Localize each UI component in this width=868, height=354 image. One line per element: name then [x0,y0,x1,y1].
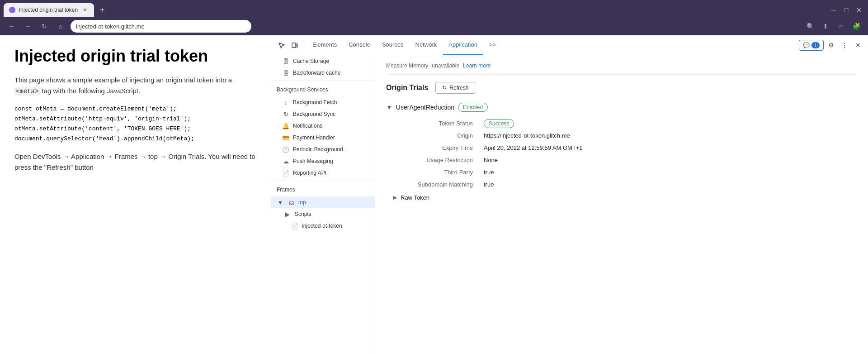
new-tab-button[interactable]: + [96,4,108,16]
payment-handler-icon: 💳 [282,134,289,141]
code-block: const otMeta = document.createElement('m… [14,104,256,144]
measure-memory-label: Measure Memory [386,62,428,69]
main-content: Injected origin trial token This page sh… [0,35,868,354]
origin-row: Origin https://injected-ot-token.glitch.… [386,129,857,142]
minimize-button[interactable]: ─ [828,5,839,15]
sidebar-item-back-forward-cache[interactable]: 🗄 Back/forward cache [271,67,375,79]
raw-token-section[interactable]: ▶ Raw Token [386,191,857,205]
third-party-label: Third Party [393,169,484,176]
reload-button[interactable]: ↻ [38,20,51,33]
sidebar-item-reporting-api[interactable]: 📄 Reporting API [271,167,375,179]
home-button[interactable]: ⌂ [54,20,67,33]
origin-value: https://injected-ot-token.glitch.me [484,132,850,139]
trial-info-grid: Token Status Success Origin https://inje… [386,117,857,191]
push-messaging-icon: ☁ [282,158,289,165]
tab-bar: Injected origin trial token ✕ + ─ □ ✕ [0,0,868,17]
paragraph-2: Open DevTools → Application → Frames → t… [14,151,256,173]
reporting-api-icon: 📄 [282,169,289,177]
subdomain-value: true [484,181,850,188]
device-toolbar-icon[interactable] [288,39,301,52]
sidebar-item-scripts[interactable]: ▶ Scripts [271,208,375,220]
share-icon[interactable]: ⬆ [819,20,832,33]
measure-memory-status: unavailable [432,62,459,69]
extension-icon[interactable]: 🧩 [850,20,863,33]
third-party-row: Third Party true [386,166,857,178]
token-status-value: Success [484,120,850,127]
sidebar-item-background-fetch[interactable]: ↕ Background Fetch [271,96,375,108]
sidebar-item-payment-handler[interactable]: 💳 Payment Handler [271,132,375,144]
sidebar-item-notifications[interactable]: 🔔 Notifications [271,120,375,132]
tab-console[interactable]: Console [343,35,376,55]
trial-block: ▼ UserAgentReduction Enabled Token Statu… [386,103,857,205]
cache-storage-icon: 🗄 [282,57,289,65]
close-button[interactable]: ✕ [854,5,864,15]
browser-chrome: Injected origin trial token ✕ + ─ □ ✕ ← … [0,0,868,35]
svg-rect-1 [296,44,297,47]
issues-button[interactable]: 💬 1 [799,40,824,51]
back-forward-cache-icon: 🗄 [282,69,289,77]
inspect-element-icon[interactable] [275,39,288,52]
bookmark-icon[interactable]: ☆ [835,20,847,33]
webpage-content: Injected origin trial token This page sh… [0,35,271,354]
active-tab[interactable]: Injected origin trial token ✕ [4,3,94,17]
toolbar-separator [304,41,304,50]
origin-trials-header: Origin Trials ↻ Refresh [386,82,857,94]
sidebar-item-periodic-background[interactable]: 🕐 Periodic Background... [271,144,375,155]
more-options-icon[interactable]: ⋮ [838,39,851,52]
issues-icon: 💬 [803,42,810,48]
refresh-button[interactable]: ↻ Refresh [435,82,475,94]
sidebar-item-top-frame[interactable]: ▼ 🗂 top [271,196,375,208]
refresh-icon: ↻ [442,85,447,91]
frame-icon: 🗂 [288,199,295,206]
trial-expand-icon[interactable]: ▼ [386,104,392,111]
trial-header: ▼ UserAgentReduction Enabled [386,103,857,112]
raw-token-label: Raw Token [401,194,429,201]
origin-trials-title: Origin Trials [386,84,428,92]
tab-more[interactable]: >> [484,35,501,55]
window-controls: ─ □ ✕ [828,5,864,15]
tab-title: Injected origin trial token [19,7,78,13]
usage-label: Usage Restriction [393,157,484,163]
page-heading: Injected origin trial token [14,46,256,66]
tab-close-button[interactable]: ✕ [81,6,89,14]
devtools-panel: Elements Console Sources Network Applica… [271,35,868,354]
origin-label: Origin [393,132,484,139]
periodic-background-icon: 🕐 [282,146,289,153]
maximize-button[interactable]: □ [841,5,852,15]
sidebar-item-injected-file[interactable]: 📄 injected-ot-token. [271,220,375,232]
trial-enabled-badge: Enabled [458,103,488,112]
tab-favicon [9,7,15,13]
tab-application[interactable]: Application [443,35,483,55]
devtools-sidebar: 🗄 Cache Storage 🗄 Back/forward cache Bac… [271,55,375,354]
expiry-row: Expiry Time April 20, 2022 at 12:59:59 A… [386,142,857,154]
expand-icon: ▼ [277,199,284,206]
address-input[interactable] [71,20,251,33]
usage-restriction-row: Usage Restriction None [386,154,857,166]
close-devtools-icon[interactable]: ✕ [852,39,864,52]
subdomain-row: Subdomain Matching true [386,178,857,191]
devtools-body: 🗄 Cache Storage 🗄 Back/forward cache Bac… [271,55,868,354]
back-button[interactable]: ← [5,20,18,33]
trial-name: UserAgentReduction [396,104,454,111]
learn-more-link[interactable]: Learn more [463,62,491,69]
token-status-badge: Success [484,119,514,128]
section-divider-1 [271,81,375,81]
sidebar-item-cache-storage[interactable]: 🗄 Cache Storage [271,55,375,67]
background-sync-icon: ↻ [282,110,289,118]
devtools-toolbar: Elements Console Sources Network Applica… [271,35,868,55]
sidebar-item-background-sync[interactable]: ↻ Background Sync [271,108,375,120]
address-right-icons: 🔍 ⬆ ☆ 🧩 [804,20,863,33]
third-party-value: true [484,169,850,176]
tab-network[interactable]: Network [410,35,443,55]
settings-icon[interactable]: ⚙ [825,39,837,52]
background-services-header: Background Services [271,83,375,96]
sidebar-item-push-messaging[interactable]: ☁ Push Messaging [271,155,375,167]
forward-button[interactable]: → [22,20,34,33]
tab-elements[interactable]: Elements [307,35,342,55]
tab-sources[interactable]: Sources [377,35,409,55]
address-bar: ← → ↻ ⌂ 🔍 ⬆ ☆ 🧩 [0,17,868,35]
file-icon: 📄 [291,222,298,230]
scripts-expand-icon: ▶ [284,210,291,218]
raw-token-expand-icon: ▶ [393,195,397,201]
zoom-icon[interactable]: 🔍 [804,20,816,33]
